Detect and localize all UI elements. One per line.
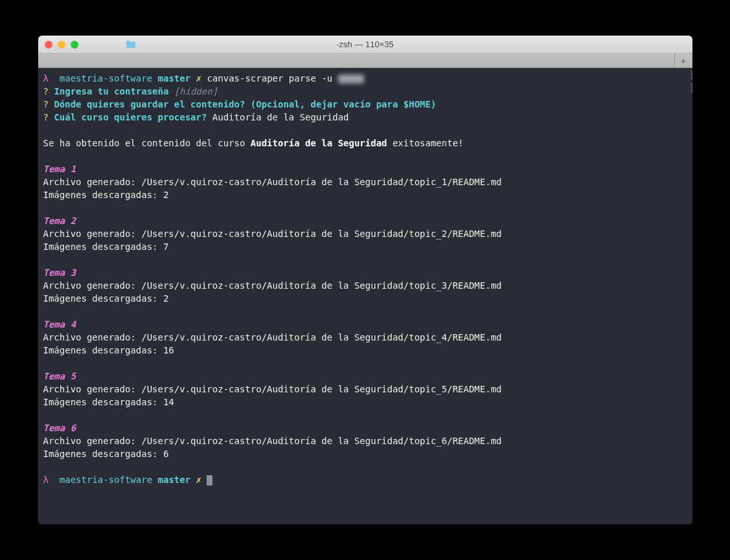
course-name: Auditoría de la Seguridad [251,138,387,148]
scroll-mark: ] [689,68,692,81]
topic-title: Tema 3 [43,267,76,278]
branch-name: master [158,475,191,485]
images-count: Imágenes descargadas: 2 [43,190,169,200]
generated-file: Archivo generado: /Users/v.quiroz-castro… [43,332,502,342]
prompt-question-line: ? Cuál curso quieres procesar? Auditoría… [43,111,687,124]
git-status-symbol: ✗ [196,73,201,84]
prompt-line: λ maestria-software master ✗ [43,473,687,486]
answer-text: Auditoría de la Seguridad [212,112,349,122]
generated-file: Archivo generado: /Users/v.quiroz-castro… [43,436,502,446]
question-marker: ? [43,86,49,96]
images-count: Imágenes descargadas: 6 [43,449,169,459]
generated-file: Archivo generado: /Users/v.quiroz-castro… [43,384,502,394]
question-marker: ? [43,99,49,109]
minimize-button[interactable] [58,41,65,49]
topic-title: Tema 5 [43,371,76,381]
terminal-content[interactable]: λ maestria-software master ✗ canvas-scra… [38,68,692,524]
directory-name: maestria-software [60,475,152,485]
prompt-question-line: ? Ingresa tu contraseña [hidden] [43,85,687,98]
images-count: Imágenes descargadas: 16 [43,345,174,355]
prompt-question-line: ? Dónde quieres guardar el contenido? (O… [43,98,687,111]
maximize-button[interactable] [71,41,78,49]
question-text: Ingresa tu contraseña [54,86,168,96]
git-status-symbol: ✗ [196,475,201,485]
directory-name: maestria-software [60,73,152,84]
topic-title: Tema 4 [43,319,76,330]
hidden-hint: [hidden] [174,86,218,96]
titlebar: -zsh — 110×35 [38,36,692,54]
success-prefix: Se ha obtenido el contenido del curso [43,138,251,148]
images-count: Imágenes descargadas: 2 [43,293,169,304]
topic-title: Tema 1 [43,164,76,174]
images-count: Imágenes descargadas: 7 [43,241,169,252]
tab-bar: + [38,54,692,68]
scroll-mark: ] [689,81,692,94]
success-message: Se ha obtenido el contenido del curso Au… [43,137,687,150]
cursor [207,475,212,486]
folder-icon [126,39,136,50]
generated-file: Archivo generado: /Users/v.quiroz-castro… [43,229,502,239]
traffic-lights [45,41,78,49]
command-text: canvas-scraper parse -u [207,73,337,84]
close-button[interactable] [45,41,52,49]
lambda-symbol: λ [43,73,49,84]
topic-title: Tema 2 [43,216,76,226]
prompt-line: λ maestria-software master ✗ canvas-scra… [43,72,687,85]
images-count: Imágenes descargadas: 14 [43,397,174,407]
scrollbar-marks: ] ] [689,68,692,94]
topic-title: Tema 6 [43,423,76,433]
generated-file: Archivo generado: /Users/v.quiroz-castro… [43,280,502,291]
question-marker: ? [43,112,49,122]
terminal-window: -zsh — 110×35 + λ maestria-software mast… [38,36,692,524]
success-suffix: exitosamente! [387,138,464,148]
new-tab-button[interactable]: + [674,54,692,67]
generated-file: Archivo generado: /Users/v.quiroz-castro… [43,177,502,187]
branch-name: master [158,73,191,84]
lambda-symbol: λ [43,475,49,485]
blurred-argument [338,74,364,84]
question-text: Dónde quieres guardar el contenido? (Opc… [54,99,436,109]
window-title: -zsh — 110×35 [336,39,394,49]
question-text: Cuál curso quieres procesar? [54,112,207,122]
